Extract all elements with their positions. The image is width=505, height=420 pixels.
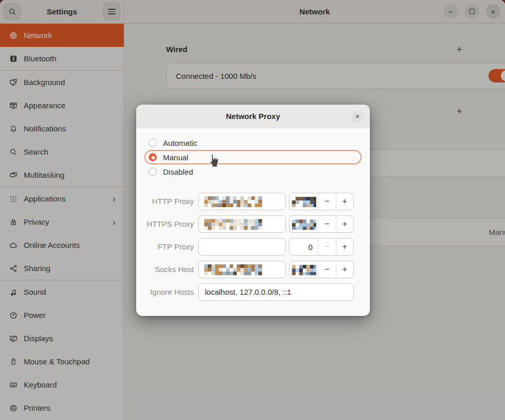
increment-button[interactable]: +: [336, 239, 353, 255]
field-label: Socks Host: [136, 261, 194, 278]
redacted-value: [204, 196, 262, 207]
proxy-method-option[interactable]: Manual: [144, 150, 362, 164]
decrement-button[interactable]: −: [318, 216, 335, 232]
proxy-form-row: HTTPS Proxy − +: [136, 215, 370, 233]
port-value[interactable]: [289, 216, 318, 232]
proxy-form-row: Ignore Hosts localhost, 127.0.0.0/8, ::1: [136, 283, 370, 301]
field-label: HTTP Proxy: [136, 193, 194, 210]
network-proxy-dialog: Network Proxy × Automatic Manual Disable…: [136, 105, 370, 316]
redacted-port: [292, 265, 316, 275]
dialog-close-button[interactable]: ×: [351, 110, 364, 123]
decrement-button[interactable]: −: [318, 261, 335, 278]
decrement-button[interactable]: −: [318, 239, 335, 255]
port-value[interactable]: 0: [289, 239, 318, 255]
proxy-method-option[interactable]: Disabled: [144, 165, 362, 178]
proxy-method-options: Automatic Manual Disabled: [144, 137, 362, 179]
proxy-host-input[interactable]: localhost, 127.0.0.0/8, ::1: [198, 283, 354, 301]
increment-button[interactable]: +: [336, 193, 353, 210]
increment-button[interactable]: +: [336, 216, 353, 232]
increment-button[interactable]: +: [336, 261, 353, 278]
proxy-form-row: HTTP Proxy − +: [136, 193, 370, 210]
redacted-value: [204, 264, 262, 275]
proxy-method-option[interactable]: Automatic: [144, 137, 362, 149]
redacted-port: [292, 220, 316, 230]
dialog-headerbar: Network Proxy ×: [136, 105, 370, 128]
redacted-port: [292, 197, 316, 207]
proxy-host-input[interactable]: [198, 238, 286, 256]
proxy-port-spinner: − +: [289, 261, 354, 278]
field-value: localhost, 127.0.0.0/8, ::1: [205, 284, 291, 300]
proxy-form-row: FTP Proxy 0 − +: [136, 238, 370, 256]
port-value[interactable]: [289, 261, 318, 278]
redacted-value: [204, 219, 262, 230]
port-value[interactable]: [289, 193, 318, 210]
proxy-form-row: Socks Host − +: [136, 261, 370, 278]
radio-icon[interactable]: [149, 139, 157, 147]
decrement-button[interactable]: −: [318, 193, 335, 210]
proxy-host-input[interactable]: [198, 215, 286, 233]
field-label: HTTPS Proxy: [136, 215, 194, 233]
proxy-port-spinner: 0 − +: [289, 238, 354, 256]
proxy-port-spinner: − +: [289, 193, 354, 210]
field-label: FTP Proxy: [136, 238, 194, 256]
proxy-host-input[interactable]: [198, 261, 286, 278]
radio-icon[interactable]: [149, 167, 157, 176]
dialog-title: Network Proxy: [226, 112, 280, 121]
proxy-host-input[interactable]: [198, 193, 286, 210]
field-label: Ignore Hosts: [136, 283, 194, 301]
proxy-port-spinner: − +: [289, 215, 354, 233]
radio-icon[interactable]: [149, 153, 157, 161]
